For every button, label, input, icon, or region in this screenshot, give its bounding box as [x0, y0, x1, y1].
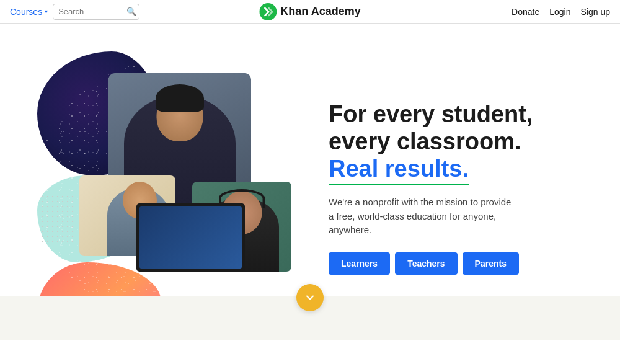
parents-button[interactable]: Parents — [463, 252, 519, 275]
search-input[interactable] — [58, 7, 126, 16]
logo-text: Khan Academy — [280, 5, 360, 18]
hero-title: For every student, every classroom. Real… — [329, 101, 570, 195]
hero-content: For every student, every classroom. Real… — [304, 89, 570, 275]
search-icon: 🔍 — [126, 7, 136, 16]
hero-section: For every student, every classroom. Real… — [0, 24, 620, 340]
chevron-down-icon — [304, 291, 316, 304]
hero-title-line3: Real results. — [329, 156, 469, 186]
courses-button[interactable]: Courses ▾ — [10, 7, 48, 17]
login-link[interactable]: Login — [549, 7, 570, 17]
teachers-button[interactable]: Teachers — [395, 252, 457, 275]
scroll-section — [0, 296, 620, 340]
cta-buttons: Learners Teachers Parents — [329, 252, 570, 275]
learners-button[interactable]: Learners — [329, 252, 390, 275]
laptop-decoration — [136, 203, 245, 272]
scroll-down-button[interactable] — [296, 284, 324, 311]
khan-academy-logo — [259, 3, 277, 20]
hero-illustration — [37, 51, 304, 318]
nav-center: Khan Academy — [259, 3, 360, 20]
courses-label: Courses — [10, 7, 42, 17]
search-box: 🔍 — [53, 4, 140, 20]
signup-link[interactable]: Sign up — [581, 7, 610, 17]
navbar: Courses ▾ 🔍 Khan Academy Donate Login Si… — [0, 0, 620, 24]
chevron-down-icon: ▾ — [45, 8, 48, 15]
nav-right: Donate Login Sign up — [512, 7, 610, 17]
nav-left: Courses ▾ 🔍 — [10, 4, 140, 20]
hero-description: We're a nonprofit with the mission to pr… — [329, 195, 515, 237]
hero-title-line2: every classroom. — [329, 128, 521, 154]
hero-title-line1: For every student, — [329, 101, 533, 127]
donate-link[interactable]: Donate — [512, 7, 539, 17]
